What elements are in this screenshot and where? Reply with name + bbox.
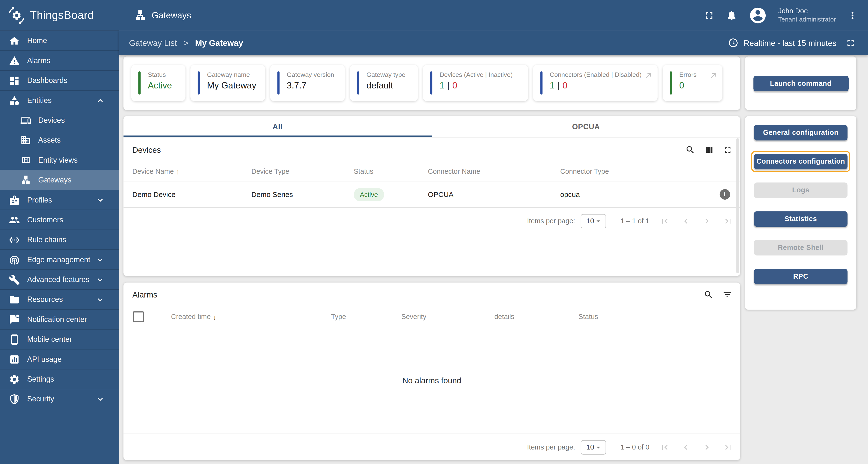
breadcrumb-current: My Gateway: [195, 38, 243, 47]
column-device-type[interactable]: Device Type: [251, 167, 354, 175]
info-icon[interactable]: i: [719, 189, 730, 200]
column-device-name[interactable]: Device Name↑: [132, 167, 251, 175]
devices-title: Devices: [132, 145, 161, 155]
last-page-button[interactable]: [721, 440, 735, 454]
chevron-left-icon: [681, 216, 691, 226]
column-details[interactable]: details: [494, 313, 579, 321]
column-created-time[interactable]: Created time↓: [171, 313, 331, 321]
alarms-header: Alarms: [123, 283, 740, 307]
tab-opcua[interactable]: OPCUA: [432, 116, 740, 137]
search-icon[interactable]: [685, 145, 695, 155]
column-connector-type[interactable]: Connector Type: [560, 167, 709, 175]
sidebar-item-security[interactable]: Security: [0, 389, 119, 409]
rpc-button[interactable]: RPC: [754, 269, 848, 284]
chevron-down-icon: [95, 295, 105, 304]
prev-page-button[interactable]: [679, 440, 692, 454]
general-configuration-button[interactable]: General configuration: [754, 125, 848, 140]
sidebar-item-customers[interactable]: Customers: [0, 209, 119, 229]
gear-icon: [9, 374, 20, 385]
app-logo[interactable]: ThingsBoard: [0, 0, 119, 30]
timewindow-button[interactable]: Realtime - last 15 minutes: [728, 38, 837, 48]
open-link-icon[interactable]: [645, 71, 653, 79]
prev-page-button[interactable]: [679, 214, 692, 228]
active-count: 1: [440, 81, 444, 90]
breadcrumb-separator: >: [184, 38, 188, 47]
chevron-down-icon: [95, 255, 105, 265]
sidebar-item-dashboards[interactable]: Dashboards: [0, 70, 119, 90]
tab-all[interactable]: All: [123, 116, 432, 137]
next-page-button[interactable]: [700, 440, 714, 454]
sort-desc-icon: ↓: [213, 313, 217, 321]
notifications-bell-icon[interactable]: [725, 9, 737, 21]
filter-icon[interactable]: [722, 290, 732, 300]
open-link-icon[interactable]: [709, 71, 717, 79]
user-block[interactable]: John Doe Tenant administrator: [778, 7, 836, 24]
sidebar-item-entities[interactable]: Entities: [0, 90, 119, 110]
sidebar-item-alarms[interactable]: Alarms: [0, 50, 119, 70]
last-page-button[interactable]: [721, 214, 735, 228]
sidebar-item-entity-views[interactable]: Entity views: [0, 150, 119, 170]
category-icon: [9, 95, 20, 106]
chevron-down-icon: [95, 274, 105, 285]
card-value: 3.7.7: [287, 81, 339, 91]
sidebar-item-advanced-features[interactable]: Advanced features: [0, 269, 119, 289]
sidebar-item-notification-center[interactable]: Notification center: [0, 309, 119, 329]
app-header: ThingsBoard Gateways John Doe Tenant adm…: [0, 0, 868, 30]
avatar[interactable]: [748, 6, 767, 25]
thingsboard-app: ThingsBoard Gateways John Doe Tenant adm…: [0, 0, 868, 464]
sidebar-item-rule-chains[interactable]: Rule chains: [0, 230, 119, 250]
page-size-select[interactable]: 10: [581, 213, 606, 228]
logs-button[interactable]: Logs: [754, 183, 848, 198]
column-status[interactable]: Status: [354, 167, 428, 175]
sidebar-item-gateways[interactable]: Gateways: [0, 170, 119, 190]
next-page-button[interactable]: [700, 214, 714, 228]
sidebar-item-settings[interactable]: Settings: [0, 369, 119, 389]
column-type[interactable]: Type: [331, 313, 401, 321]
sidebar-item-home[interactable]: Home: [0, 30, 119, 50]
connectors-configuration-button[interactable]: Connectors configuration: [754, 154, 848, 169]
expand-fullscreen-icon[interactable]: [723, 145, 733, 155]
page-size-select[interactable]: 10: [581, 440, 606, 454]
gateway-actions-panel: General configuration Connectors configu…: [745, 116, 857, 310]
dashboard-fullscreen-icon[interactable]: [845, 38, 856, 48]
assets-icon: [21, 135, 31, 145]
column-severity[interactable]: Severity: [401, 313, 494, 321]
user-role: Tenant administrator: [778, 15, 836, 24]
chevron-right-icon: [702, 216, 712, 226]
columns-icon[interactable]: [704, 145, 714, 155]
breadcrumb-parent[interactable]: Gateway List: [129, 38, 177, 47]
alarms-toolbar: [704, 290, 732, 300]
statistics-button[interactable]: Statistics: [754, 211, 848, 227]
breadcrumb-bar: Gateway List > My Gateway Realtime - las…: [119, 30, 868, 55]
sidebar-item-label: Assets: [38, 136, 61, 144]
sidebar-item-edge-management[interactable]: Edge management: [0, 250, 119, 269]
sidebar-item-devices[interactable]: Devices: [0, 110, 119, 130]
cell-status: Active: [354, 188, 428, 201]
search-icon[interactable]: [704, 290, 713, 300]
select-all-checkbox[interactable]: [133, 311, 144, 322]
launch-command-button[interactable]: Launch command: [753, 75, 848, 91]
alarms-widget-panel: Alarms Created time↓ Type Severity detai…: [123, 283, 740, 460]
card-gateway-type: Gateway type default: [350, 65, 418, 101]
sidebar-item-profiles[interactable]: Profiles: [0, 190, 119, 209]
first-page-button[interactable]: [658, 440, 672, 454]
page-size-value: 10: [586, 443, 594, 451]
card-connectors: Connectors (Enabled | Disabled) 1|0: [533, 65, 658, 101]
breadcrumb: Gateway List > My Gateway: [129, 38, 243, 47]
remote-shell-button[interactable]: Remote Shell: [754, 240, 848, 256]
column-status[interactable]: Status: [579, 313, 740, 321]
table-row[interactable]: Demo Device Demo Series Active OPCUA opc…: [123, 181, 740, 207]
sidebar-item-assets[interactable]: Assets: [0, 130, 119, 150]
sidebar-item-api-usage[interactable]: API usage: [0, 349, 119, 369]
first-page-button[interactable]: [658, 214, 672, 228]
more-vert-icon[interactable]: [847, 10, 858, 21]
dashboards-icon: [9, 75, 20, 86]
fullscreen-icon[interactable]: [704, 10, 715, 21]
sidebar-item-mobile-center[interactable]: Mobile center: [0, 329, 119, 349]
card-accent-bar: [540, 71, 542, 95]
sidebar-item-resources[interactable]: Resources: [0, 289, 119, 309]
column-connector-name[interactable]: Connector Name: [428, 167, 560, 175]
sidebar-item-label: Dashboards: [27, 76, 67, 85]
card-value: Active: [148, 81, 180, 91]
scrollbar[interactable]: [736, 138, 739, 273]
